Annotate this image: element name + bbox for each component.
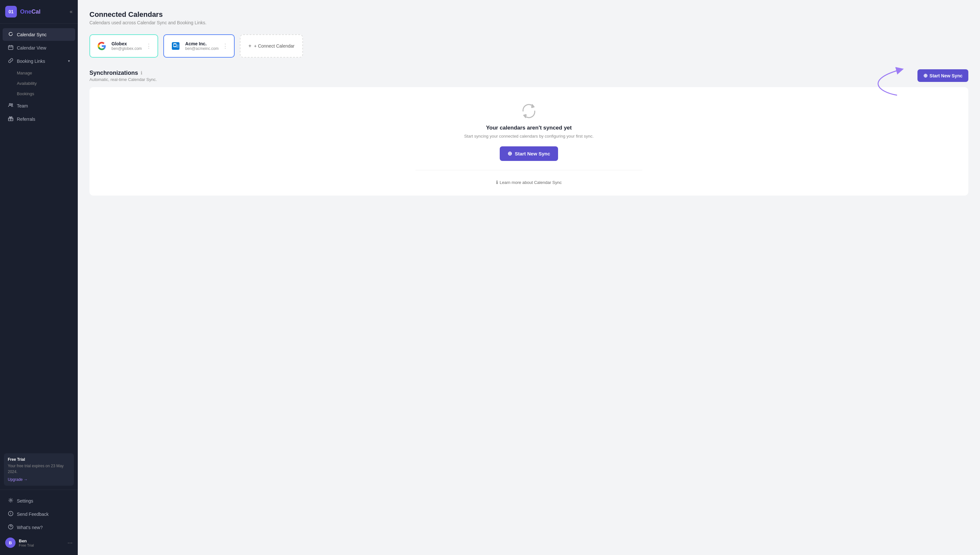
logo-area: 01 OneCal « bbox=[0, 0, 78, 24]
sync-section: Synchronizations ℹ Automatic, real-time … bbox=[89, 69, 968, 196]
sync-title-row: Synchronizations ℹ bbox=[89, 70, 157, 76]
info-circle-icon: ℹ bbox=[496, 180, 498, 185]
calendar-card-globex: Globex ben@globex.com ⋮ bbox=[89, 34, 158, 58]
svg-point-4 bbox=[10, 500, 12, 501]
globex-email: ben@globex.com bbox=[111, 46, 142, 51]
sidebar-nav: Calendar Sync Calendar View Booking Link… bbox=[0, 24, 78, 449]
calendar-icon bbox=[8, 45, 14, 51]
team-icon bbox=[8, 103, 14, 109]
settings-icon bbox=[8, 498, 14, 504]
sidebar-collapse-button[interactable]: « bbox=[70, 9, 72, 14]
learn-more-link[interactable]: ℹ Learn more about Calendar Sync bbox=[496, 180, 562, 185]
user-avatar: B bbox=[5, 537, 16, 548]
svg-point-1 bbox=[10, 104, 11, 105]
start-new-sync-top-area: ⊕ Start New Sync bbox=[917, 69, 968, 82]
sidebar-item-availability[interactable]: Availability bbox=[3, 79, 75, 88]
user-info: Ben Free Trial bbox=[19, 539, 64, 547]
page-title: Connected Calendars bbox=[89, 10, 968, 19]
sync-section-header: Synchronizations ℹ Automatic, real-time … bbox=[89, 69, 968, 82]
logo-icon: 01 bbox=[5, 6, 17, 18]
logo-name-one: One bbox=[20, 8, 31, 15]
sidebar-item-booking-links[interactable]: Booking Links ▾ bbox=[3, 55, 75, 67]
globex-name: Globex bbox=[111, 41, 142, 46]
sidebar-item-team-label: Team bbox=[17, 103, 28, 109]
sidebar-item-availability-label: Availability bbox=[17, 81, 37, 86]
gift-icon bbox=[8, 116, 14, 122]
acme-name: Acme Inc. bbox=[185, 41, 219, 46]
sidebar-item-referrals-label: Referrals bbox=[17, 117, 35, 122]
globex-menu-button[interactable]: ⋮ bbox=[146, 42, 152, 50]
start-new-sync-main-button[interactable]: ⊕ Start New Sync bbox=[500, 146, 558, 161]
sidebar-item-calendar-sync[interactable]: Calendar Sync bbox=[3, 28, 75, 41]
sidebar-item-send-feedback[interactable]: Send Feedback bbox=[3, 508, 75, 520]
plus-circle-icon-top: ⊕ bbox=[923, 72, 927, 79]
sidebar-item-calendar-sync-label: Calendar Sync bbox=[17, 32, 47, 37]
page-subtitle: Calendars used across Calendar Sync and … bbox=[89, 20, 968, 25]
sidebar-item-settings[interactable]: Settings bbox=[3, 494, 75, 507]
sync-info-icon[interactable]: ℹ bbox=[141, 70, 142, 75]
globex-info: Globex ben@globex.com bbox=[111, 41, 142, 51]
sidebar-item-calendar-view[interactable]: Calendar View bbox=[3, 42, 75, 54]
user-row[interactable]: B Ben Free Trial ⋯ bbox=[0, 534, 78, 551]
connect-calendar-button[interactable]: + + Connect Calendar bbox=[240, 34, 303, 58]
sync-empty-title: Your calendars aren't synced yet bbox=[97, 125, 961, 131]
sync-divider bbox=[415, 170, 642, 170]
sidebar-item-whats-new-label: What's new? bbox=[17, 525, 43, 530]
sidebar-bottom-nav: Settings Send Feedback What's new? B Ben… bbox=[0, 489, 78, 555]
start-new-sync-top-button[interactable]: ⊕ Start New Sync bbox=[917, 69, 968, 82]
sidebar-item-booking-links-label: Booking Links bbox=[17, 59, 45, 64]
sidebar-item-manage[interactable]: Manage bbox=[3, 68, 75, 78]
sidebar-item-bookings-label: Bookings bbox=[17, 91, 34, 96]
feedback-icon bbox=[8, 511, 14, 517]
question-icon bbox=[8, 524, 14, 530]
link-icon bbox=[8, 58, 14, 64]
acme-email: ben@acmeinc.com bbox=[185, 46, 219, 51]
svg-point-9 bbox=[174, 44, 176, 46]
user-more-button[interactable]: ⋯ bbox=[68, 540, 72, 546]
svg-rect-0 bbox=[8, 46, 13, 50]
sync-section-subtitle: Automatic, real-time Calendar Sync. bbox=[89, 77, 157, 82]
sync-empty-card: Your calendars aren't synced yet Start s… bbox=[89, 87, 968, 196]
sync-empty-icon bbox=[520, 103, 537, 119]
start-new-sync-top-label: Start New Sync bbox=[929, 73, 962, 79]
sidebar-item-manage-label: Manage bbox=[17, 71, 32, 75]
sidebar: 01 OneCal « Calendar Sync Calendar View … bbox=[0, 0, 78, 555]
logo-name-cal: Cal bbox=[31, 8, 40, 15]
sidebar-item-team[interactable]: Team bbox=[3, 99, 75, 112]
logo-text: OneCal bbox=[20, 8, 40, 15]
sidebar-item-settings-label: Settings bbox=[17, 498, 34, 504]
free-trial-title: Free Trial bbox=[8, 457, 70, 462]
connect-calendar-label: + Connect Calendar bbox=[254, 43, 294, 48]
free-trial-description: Your free trial expires on 23 May 2024. bbox=[8, 463, 70, 475]
plus-circle-icon-main: ⊕ bbox=[507, 150, 512, 157]
free-trial-box: Free Trial Your free trial expires on 23… bbox=[4, 453, 74, 486]
sync-icon bbox=[8, 31, 14, 38]
calendars-row: Globex ben@globex.com ⋮ Acme Inc. ben@ac… bbox=[89, 34, 968, 58]
sync-section-title: Synchronizations bbox=[89, 70, 138, 76]
plus-icon: + bbox=[248, 43, 251, 49]
sidebar-item-referrals[interactable]: Referrals bbox=[3, 113, 75, 125]
svg-rect-10 bbox=[176, 44, 179, 48]
sidebar-item-calendar-view-label: Calendar View bbox=[17, 45, 46, 51]
sync-empty-desc: Start syncing your connected calendars b… bbox=[97, 134, 961, 139]
google-logo bbox=[96, 40, 108, 52]
svg-point-2 bbox=[11, 104, 13, 105]
sidebar-item-send-feedback-label: Send Feedback bbox=[17, 512, 48, 517]
outlook-logo bbox=[170, 40, 182, 52]
start-new-sync-main-label: Start New Sync bbox=[515, 151, 550, 156]
upgrade-link[interactable]: Upgrade → bbox=[8, 477, 27, 482]
sidebar-item-bookings[interactable]: Bookings bbox=[3, 89, 75, 99]
chevron-down-icon: ▾ bbox=[68, 59, 70, 63]
sidebar-item-whats-new[interactable]: What's new? bbox=[3, 521, 75, 534]
acme-menu-button[interactable]: ⋮ bbox=[222, 42, 228, 50]
main-content: Connected Calendars Calendars used acros… bbox=[78, 0, 980, 555]
user-name: Ben bbox=[19, 539, 64, 543]
user-plan: Free Trial bbox=[19, 543, 64, 547]
acme-info: Acme Inc. ben@acmeinc.com bbox=[185, 41, 219, 51]
learn-more-label: Learn more about Calendar Sync bbox=[500, 180, 562, 185]
calendar-card-acme: Acme Inc. ben@acmeinc.com ⋮ bbox=[163, 34, 235, 58]
